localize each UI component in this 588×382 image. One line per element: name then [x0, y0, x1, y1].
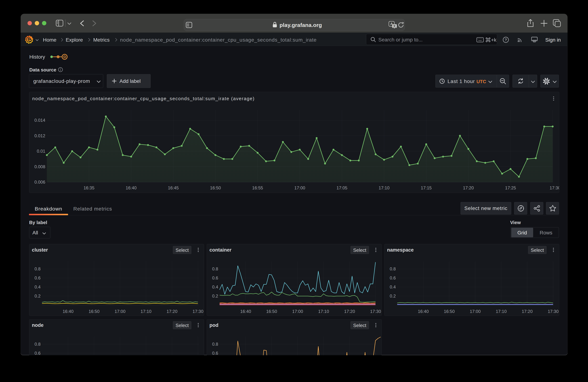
svg-text:16:35: 16:35	[84, 185, 94, 190]
svg-text:17:10: 17:10	[141, 309, 151, 314]
svg-text:0.4: 0.4	[390, 285, 396, 289]
svg-text:16:50: 16:50	[444, 309, 455, 314]
svg-text:17:00: 17:00	[292, 309, 303, 314]
svg-text:17:00: 17:00	[470, 309, 481, 314]
svg-text:文: 文	[393, 25, 396, 27]
svg-text:17:20: 17:20	[344, 309, 355, 314]
svg-text:17:05: 17:05	[336, 185, 347, 190]
svg-text:0.6: 0.6	[390, 275, 396, 280]
svg-text:0.8: 0.8	[35, 342, 41, 346]
svg-text:16:40: 16:40	[126, 185, 136, 190]
svg-text:17:20: 17:20	[167, 309, 177, 314]
svg-text:0.2: 0.2	[35, 294, 41, 298]
svg-text:17:10: 17:10	[496, 309, 506, 314]
svg-text:16:40: 16:40	[63, 309, 74, 314]
svg-text:17:30: 17:30	[192, 309, 203, 314]
svg-text:16:50: 16:50	[266, 309, 277, 314]
svg-text:16:40: 16:40	[240, 309, 251, 314]
svg-text:0.6: 0.6	[35, 351, 41, 355]
svg-text:17:10: 17:10	[378, 185, 389, 190]
svg-text:16:40: 16:40	[418, 309, 429, 314]
svg-text:17:25: 17:25	[505, 185, 516, 190]
svg-text:17:15: 17:15	[421, 185, 432, 190]
svg-text:0.01: 0.01	[37, 149, 45, 153]
svg-text:0.4: 0.4	[35, 285, 41, 289]
svg-text:17:20: 17:20	[463, 185, 474, 190]
svg-text:16:50: 16:50	[88, 309, 99, 314]
svg-text:0.008: 0.008	[34, 164, 45, 169]
svg-text:16:45: 16:45	[168, 185, 179, 190]
svg-text:0.8: 0.8	[212, 267, 218, 271]
svg-text:0.8: 0.8	[390, 267, 396, 271]
svg-text:0.006: 0.006	[34, 180, 45, 185]
svg-text:0.2: 0.2	[390, 294, 396, 298]
svg-text:0.012: 0.012	[34, 133, 45, 138]
svg-text:16:55: 16:55	[252, 185, 263, 190]
svg-text:0.6: 0.6	[212, 351, 218, 355]
svg-text:0.8: 0.8	[35, 267, 41, 271]
svg-text:16:50: 16:50	[210, 185, 221, 190]
svg-text:0.6: 0.6	[35, 275, 41, 280]
svg-text:0.014: 0.014	[34, 118, 45, 123]
svg-text:?: ?	[505, 38, 507, 42]
svg-text:0.2: 0.2	[212, 294, 218, 298]
svg-text:17:00: 17:00	[294, 185, 305, 190]
svg-text:17:30: 17:30	[370, 309, 381, 314]
svg-text:17:00: 17:00	[115, 309, 126, 314]
svg-text:17:30: 17:30	[548, 309, 559, 314]
svg-text:17:30: 17:30	[550, 185, 559, 190]
svg-text:0.8: 0.8	[212, 342, 218, 346]
svg-text:17:10: 17:10	[318, 309, 329, 314]
svg-text:17:20: 17:20	[522, 309, 533, 314]
svg-text:0.4: 0.4	[212, 285, 218, 289]
svg-text:0.6: 0.6	[212, 275, 218, 280]
